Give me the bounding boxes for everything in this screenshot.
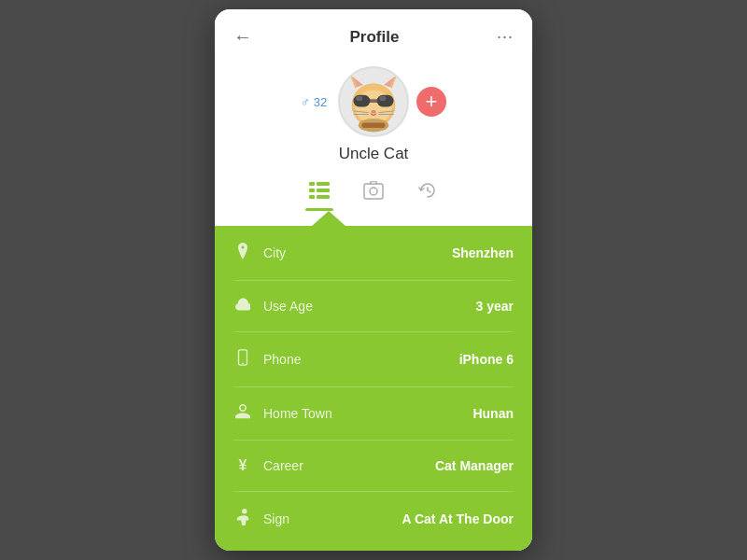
tab-list[interactable] [305, 176, 333, 209]
career-icon: ¥ [233, 457, 252, 474]
info-row-hometown: Home Town Hunan [233, 387, 514, 441]
sign-icon [233, 509, 252, 529]
city-icon [233, 243, 252, 263]
svg-rect-24 [364, 184, 383, 199]
back-button[interactable]: ← [233, 26, 252, 48]
svg-line-27 [428, 190, 430, 192]
city-label: City [263, 245, 286, 260]
city-value: Shenzhen [452, 245, 514, 260]
hometown-icon [233, 404, 252, 423]
phone-frame: ← Profile ··· ♂ 32 [215, 9, 532, 551]
useage-icon [233, 298, 252, 315]
info-row-career: ¥ Career Cat Manager [233, 441, 514, 492]
svg-rect-22 [309, 195, 315, 199]
sign-label: Sign [263, 511, 289, 526]
info-row-sign: Sign A Cat At The Door [233, 492, 514, 546]
more-button[interactable]: ··· [497, 27, 514, 47]
info-row-city: City Shenzhen [233, 226, 514, 281]
useage-value: 3 year [476, 299, 514, 314]
svg-point-29 [242, 362, 244, 364]
svg-rect-23 [317, 195, 330, 199]
svg-rect-20 [309, 189, 315, 192]
sign-value: A Cat At The Door [402, 511, 514, 526]
svg-point-25 [370, 188, 377, 195]
profile-section: ♂ 32 [215, 57, 532, 211]
tabs [305, 175, 442, 211]
hometown-value: Hunan [472, 406, 514, 421]
gender-age: ♂ 32 [301, 95, 327, 109]
career-value: Cat Manager [435, 458, 514, 473]
svg-point-11 [371, 110, 375, 114]
avatar-wrapper: ♂ 32 [338, 66, 409, 137]
add-button[interactable]: + [416, 87, 446, 117]
phone-label: Phone [263, 352, 301, 367]
svg-rect-21 [317, 189, 330, 192]
avatar [338, 66, 409, 137]
tab-connector-area [215, 211, 532, 226]
info-row-useage: Use Age 3 year [233, 281, 514, 332]
svg-point-30 [242, 509, 247, 513]
tab-history[interactable] [414, 175, 442, 211]
tab-connector-bottom [312, 211, 345, 226]
svg-point-9 [356, 96, 362, 101]
age-label: 32 [314, 95, 327, 109]
tab-photo[interactable] [359, 175, 388, 210]
hometown-label: Home Town [263, 406, 332, 421]
phone-value: iPhone 6 [459, 352, 514, 367]
svg-rect-18 [309, 182, 315, 186]
gender-icon: ♂ [301, 95, 310, 109]
info-section: City Shenzhen Use Age 3 year [215, 226, 532, 551]
header: ← Profile ··· [215, 9, 532, 57]
career-label: Career [263, 458, 303, 473]
info-row-phone: Phone iPhone 6 [233, 332, 514, 387]
useage-label: Use Age [263, 299, 313, 314]
user-name: Uncle Cat [339, 145, 409, 163]
svg-point-10 [379, 96, 386, 101]
svg-rect-17 [361, 123, 385, 128]
svg-rect-19 [317, 182, 330, 186]
page-title: Profile [350, 28, 400, 47]
phone-icon [233, 349, 252, 370]
